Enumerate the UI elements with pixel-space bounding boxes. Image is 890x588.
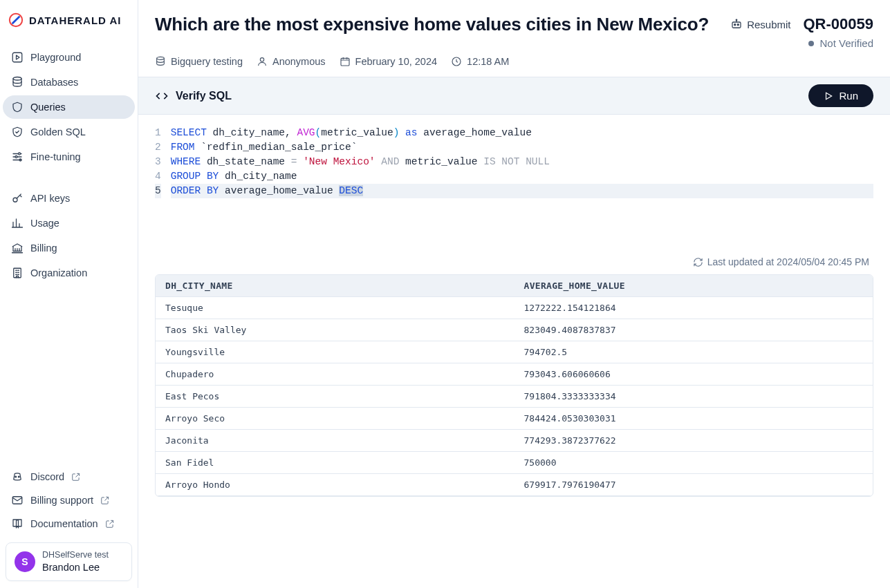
- nav-secondary: API keysUsageBillingOrganization: [0, 185, 138, 286]
- table-cell: 823049.4087837837: [514, 319, 873, 341]
- table-row[interactable]: Taos Ski Valley823049.4087837837: [156, 319, 873, 341]
- svg-rect-11: [732, 22, 741, 28]
- sidebar-item-usage[interactable]: Usage: [3, 211, 135, 235]
- table-cell: 791804.3333333334: [514, 386, 873, 408]
- avatar: S: [15, 551, 35, 572]
- table-row[interactable]: Jaconita774293.3872377622: [156, 430, 873, 452]
- svg-rect-1: [12, 53, 22, 62]
- bot-icon: [730, 18, 743, 30]
- column-header[interactable]: AVERAGE_HOME_VALUE: [514, 275, 873, 297]
- sidebar-item-fine-tuning[interactable]: Fine-tuning: [3, 145, 135, 169]
- verify-sql-bar: Verify SQL Run: [138, 77, 890, 115]
- status-label: Not Verified: [819, 37, 873, 49]
- table-row[interactable]: Chupadero793043.606060606: [156, 363, 873, 386]
- results-section: DH_CITY_NAME AVERAGE_HOME_VALUE Tesuque1…: [138, 274, 890, 588]
- sidebar-item-billing[interactable]: Billing: [3, 236, 135, 260]
- table-cell: East Pecos: [156, 386, 514, 408]
- bar-chart-icon: [11, 217, 24, 229]
- user-card[interactable]: S DHSelfServe test Brandon Lee: [6, 542, 132, 581]
- sidebar-item-label: Databases: [30, 77, 78, 88]
- database-icon: [11, 76, 24, 88]
- sidebar-item-label: Documentation: [30, 518, 98, 529]
- editor-lines[interactable]: SELECT dh_city_name, AVG(metric_value) a…: [171, 126, 873, 198]
- sidebar-item-label: Usage: [30, 218, 59, 229]
- resubmit-button[interactable]: Resubmit: [730, 18, 790, 30]
- table-cell: 1272222.154121864: [514, 297, 873, 319]
- play-square-icon: [11, 51, 24, 64]
- table-cell: 793043.606060606: [514, 363, 873, 386]
- meta-time: 12:18 AM: [451, 56, 509, 67]
- sidebar-item-billing-support[interactable]: Billing support: [3, 489, 135, 512]
- book-icon: [11, 518, 24, 530]
- play-icon: [824, 91, 833, 101]
- shield-check-icon: [11, 126, 24, 138]
- table-row[interactable]: Youngsville794702.5: [156, 341, 873, 363]
- table-cell: 679917.7976190477: [514, 474, 873, 496]
- svg-point-13: [737, 24, 739, 26]
- table-cell: Youngsville: [156, 341, 514, 363]
- sidebar-item-label: Queries: [30, 102, 66, 113]
- sidebar-item-organization[interactable]: Organization: [3, 261, 135, 285]
- nav-primary: PlaygroundDatabasesQueriesGolden SQLFine…: [0, 44, 138, 170]
- query-id: QR-00059: [803, 15, 873, 33]
- table-cell: San Fidel: [156, 452, 514, 474]
- table-cell: 784424.0530303031: [514, 408, 873, 430]
- code-line[interactable]: GROUP BY dh_city_name: [171, 169, 873, 184]
- resubmit-label: Resubmit: [747, 19, 790, 30]
- sidebar: DATAHERALD AI PlaygroundDatabasesQueries…: [0, 0, 138, 588]
- svg-rect-17: [341, 58, 349, 66]
- run-label: Run: [839, 90, 858, 102]
- sidebar-item-api-keys[interactable]: API keys: [3, 187, 135, 210]
- user-org: DHSelfServe test: [42, 550, 109, 561]
- sql-editor[interactable]: 12345 SELECT dh_city_name, AVG(metric_va…: [138, 115, 890, 254]
- results-table: DH_CITY_NAME AVERAGE_HOME_VALUE: [156, 275, 873, 297]
- key-icon: [11, 192, 24, 205]
- external-link-icon: [100, 495, 110, 505]
- meta-date: February 10, 2024: [340, 56, 438, 67]
- last-updated: Last updated at 2024/05/04 20:45 PM: [138, 254, 890, 274]
- code-line[interactable]: FROM `redfin_median_sale_price`: [171, 140, 873, 155]
- brand-name: DATAHERALD AI: [29, 15, 122, 26]
- verify-sql-title: Verify SQL: [176, 90, 232, 102]
- user-name: Brandon Lee: [42, 561, 109, 573]
- table-row[interactable]: Arroyo Hondo679917.7976190477: [156, 474, 873, 496]
- svg-point-2: [13, 77, 21, 81]
- page-title: Which are the most expensive home values…: [155, 14, 709, 35]
- table-cell: 750000: [514, 452, 873, 474]
- table-row[interactable]: San Fidel750000: [156, 452, 873, 474]
- brand-logo[interactable]: DATAHERALD AI: [0, 0, 138, 44]
- results-scroll[interactable]: Tesuque1272222.154121864Taos Ski Valley8…: [156, 297, 873, 496]
- table-row[interactable]: Arroyo Seco784424.0530303031: [156, 408, 873, 430]
- svg-point-3: [19, 153, 21, 155]
- nav-external: DiscordBilling supportDocumentation: [0, 465, 138, 535]
- sidebar-item-label: Playground: [30, 52, 81, 63]
- sidebar-item-documentation[interactable]: Documentation: [3, 512, 135, 535]
- sidebar-item-playground[interactable]: Playground: [3, 46, 135, 69]
- user-icon: [257, 56, 268, 67]
- table-cell: Taos Ski Valley: [156, 319, 514, 341]
- table-row[interactable]: East Pecos791804.3333333334: [156, 386, 873, 408]
- column-header[interactable]: DH_CITY_NAME: [156, 275, 514, 297]
- sidebar-item-label: Billing support: [30, 495, 93, 506]
- sidebar-item-queries[interactable]: Queries: [3, 95, 135, 119]
- svg-point-4: [15, 156, 17, 158]
- code-icon: [155, 89, 169, 103]
- code-line[interactable]: WHERE dh_state_name = 'New Mexico' AND m…: [171, 155, 873, 169]
- sidebar-item-databases[interactable]: Databases: [3, 70, 135, 94]
- table-cell: Tesuque: [156, 297, 514, 319]
- sidebar-item-golden-sql[interactable]: Golden SQL: [3, 120, 135, 144]
- meta-user: Anonymous: [257, 56, 326, 67]
- external-link-icon: [71, 472, 81, 482]
- table-row[interactable]: Tesuque1272222.154121864: [156, 297, 873, 319]
- run-button[interactable]: Run: [808, 84, 873, 107]
- svg-point-14: [736, 19, 737, 21]
- table-cell: 774293.3872377622: [514, 430, 873, 452]
- building-icon: [11, 267, 24, 279]
- code-line[interactable]: SELECT dh_city_name, AVG(metric_value) a…: [171, 126, 873, 140]
- sidebar-item-discord[interactable]: Discord: [3, 465, 135, 489]
- table-cell: Arroyo Hondo: [156, 474, 514, 496]
- sidebar-item-label: Billing: [30, 243, 57, 254]
- discord-icon: [11, 471, 24, 483]
- code-line[interactable]: ORDER BY average_home_value DESC: [171, 184, 873, 198]
- sidebar-item-label: Organization: [30, 267, 87, 278]
